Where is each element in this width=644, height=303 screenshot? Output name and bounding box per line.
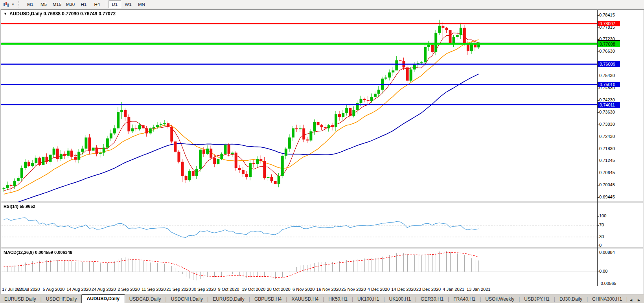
date-tick-label: 16 Nov 2020 <box>316 287 341 292</box>
hline-price-label[interactable]: 0.77008 <box>598 41 620 47</box>
timeframe-button-d1[interactable]: D1 <box>109 0 121 8</box>
axis-tick-label: 0.72430 <box>599 134 615 139</box>
date-tick-label: 5 Aug 2020 <box>43 287 65 292</box>
axis-tick-label: 0 <box>599 243 602 248</box>
tab-gbpusd-h4[interactable]: GBPUSD,H4 <box>250 295 286 303</box>
date-tick-label: 21 Sep 2020 <box>166 287 191 292</box>
tab-hk50-h1[interactable]: HK50,H1 <box>324 295 352 303</box>
pane-divider[interactable] <box>1 202 643 202</box>
rsi-indicator-canvas[interactable] <box>1 203 597 248</box>
axis-tick-label: 0.69445 <box>599 195 615 199</box>
chart-title: ▼ AUDUSD,Daily 0.76838 0.77090 0.76749 0… <box>4 11 116 17</box>
date-axis[interactable]: 17 Jul 202027 Jul 20205 Aug 202014 Aug 2… <box>1 286 643 293</box>
axis-tick-label: 100 <box>599 213 606 218</box>
hline-price-label[interactable]: 0.75010 <box>598 82 620 87</box>
tab-scroll-left-icon[interactable]: ◄ <box>629 298 633 302</box>
axis-tick-label: 0.73630 <box>599 110 615 114</box>
date-tick-label: 25 Nov 2020 <box>341 287 366 292</box>
axis-tick-label: 0.75430 <box>599 73 615 78</box>
date-tick-label: 30 Sep 2020 <box>191 287 216 292</box>
timeframe-button-m5[interactable]: M5 <box>37 0 50 8</box>
axis-tick-label: 0.71245 <box>599 158 615 163</box>
date-tick-label: 6 Nov 2020 <box>293 287 315 292</box>
price-chart-canvas[interactable] <box>1 10 597 202</box>
chart-indicator-icon[interactable] <box>1 1 11 8</box>
hline-price-label[interactable]: 0.78007 <box>598 21 620 26</box>
tab-fra40-h1[interactable]: FRA40,H1 <box>449 295 480 303</box>
timeframe-button-m1[interactable]: M1 <box>24 0 37 8</box>
axis-tick-label: 0.70045 <box>599 182 615 187</box>
timeframe-toolbar: ▼ M1M5M15M30H1H4D1W1MN <box>0 0 644 9</box>
tab-uk100-h1[interactable]: UK100,H1 <box>353 295 383 303</box>
tab-usoil-weekly[interactable]: USOil,Weekly <box>481 295 519 303</box>
chart-window: ▼ AUDUSD,Daily 0.76838 0.77090 0.76749 0… <box>1 9 644 294</box>
macd-indicator-canvas[interactable] <box>1 249 597 286</box>
toolbar-separator <box>106 1 106 7</box>
date-tick-label: 23 Dec 2020 <box>416 287 441 292</box>
hline-price-label[interactable]: 0.74011 <box>598 102 620 108</box>
rsi-label: RSI(14) 55.9652 <box>4 204 35 209</box>
timeframe-button-mn[interactable]: MN <box>135 0 148 8</box>
axis-tick-label: 0.73030 <box>599 122 615 127</box>
tab-usdcnh-daily[interactable]: USDCNH,Daily <box>167 295 207 303</box>
axis-tick-label: 0.74230 <box>599 97 615 102</box>
date-tick-label: 9 Oct 2020 <box>218 287 239 292</box>
date-tick-label: 13 Jan 2021 <box>467 287 491 292</box>
tab-usdjpy-h1[interactable]: USDJPY,H1 <box>520 295 554 303</box>
symbol-tabs: EURUSD,Daily|USDCHF,DailyAUDUSD,DailyUSD… <box>0 294 627 303</box>
tab-xauusd-h4[interactable]: XAUUSD,H4 <box>287 295 323 303</box>
macd-label: MACD(12,26,9) 0.004559 0.006348 <box>4 250 72 255</box>
axis-tick-label: 0.70645 <box>599 170 615 175</box>
date-tick-label: 4 Jan 2021 <box>443 287 464 292</box>
date-tick-label: 11 Sep 2020 <box>142 287 166 292</box>
timeframe-button-h4[interactable]: H4 <box>91 0 103 8</box>
date-tick-label: 28 Oct 2020 <box>267 287 291 292</box>
tab-scroll-right-icon[interactable]: ► <box>637 298 641 302</box>
date-tick-label: 14 Aug 2020 <box>66 287 91 292</box>
axis-tick-label: 0.00 <box>599 269 607 274</box>
tab-dj30-daily[interactable]: DJ30,Daily <box>555 295 587 303</box>
date-tick-label: 24 Aug 2020 <box>92 287 116 292</box>
timeframe-button-w1[interactable]: W1 <box>122 0 134 8</box>
tab-usdchf-daily[interactable]: USDCHF,Daily <box>42 295 81 303</box>
date-tick-label: 27 Jul 2020 <box>18 287 40 292</box>
tab-ger30-h1[interactable]: GER30,H1 <box>416 295 448 303</box>
tab-audusd-daily[interactable]: AUDUSD,Daily <box>81 294 125 303</box>
candlestick-chart-icon <box>3 2 9 7</box>
timeframe-button-h1[interactable]: H1 <box>77 0 90 8</box>
axis-tick-label: 30 <box>599 234 604 239</box>
pane-divider[interactable] <box>1 248 643 248</box>
tab-usdcad-daily[interactable]: USDCAD,Daily <box>125 295 166 303</box>
date-tick-label: 19 Oct 2020 <box>242 287 265 292</box>
tab-scroll-arrows: ◄ ► <box>627 298 644 303</box>
date-tick-label: 14 Dec 2020 <box>391 287 416 292</box>
axis-tick-label: 0.00884 <box>599 250 615 255</box>
hline-price-label[interactable]: 0.76009 <box>598 61 620 67</box>
tab-eurusd-daily[interactable]: EURUSD,Daily <box>0 295 40 303</box>
axis-tick-label: 0.76630 <box>599 49 615 53</box>
tab-uk100-h1[interactable]: UK100,H1 <box>385 295 415 303</box>
axis-tick-label: 0.78415 <box>599 13 615 17</box>
timeframe-button-m30[interactable]: M30 <box>64 0 77 8</box>
tab-eurusd-daily[interactable]: EURUSD,Daily <box>208 295 249 303</box>
chart-title-text: AUDUSD,Daily 0.76838 0.77090 0.76749 0.7… <box>9 11 116 17</box>
axis-tick-label: 0.71830 <box>599 146 615 151</box>
timeframe-buttons: M1M5M15M30H1H4D1W1MN <box>24 0 148 8</box>
axis-tick-label: -0.00565 <box>599 281 616 286</box>
toolbar-dropdown-caret-icon[interactable]: ▼ <box>11 3 15 6</box>
symbol-tabs-bar: EURUSD,Daily|USDCHF,DailyAUDUSD,DailyUSD… <box>0 294 644 303</box>
tab-china300-h1[interactable]: CHINA300,H1 <box>588 295 626 303</box>
toolbar-grip[interactable] <box>18 1 21 7</box>
timeframe-button-m15[interactable]: M15 <box>51 0 63 8</box>
trading-terminal: ▼ M1M5M15M30H1H4D1W1MN ▼ AUDUSD,Daily 0.… <box>0 0 644 303</box>
date-tick-label: 4 Dec 2020 <box>368 287 390 292</box>
date-tick-label: 2 Sep 2020 <box>118 287 140 292</box>
chart-menu-arrow-icon[interactable]: ▼ <box>4 12 7 16</box>
axis-tick-label: 70 <box>599 222 604 227</box>
